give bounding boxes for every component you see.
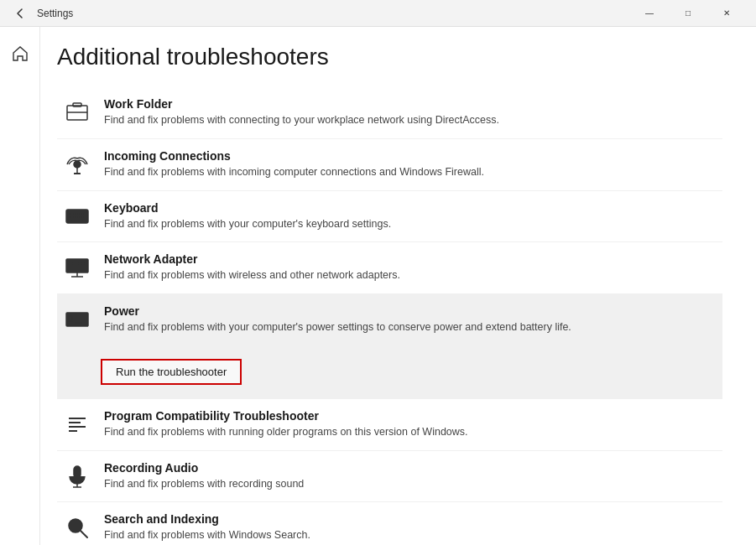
ts-name-network: Network Adapter bbox=[104, 252, 716, 266]
run-troubleshooter-button[interactable]: Run the troubleshooter bbox=[101, 359, 242, 385]
svg-rect-19 bbox=[70, 262, 73, 265]
ts-item-audio[interactable]: Recording Audio Find and fix problems wi… bbox=[57, 451, 722, 503]
ts-name-audio: Recording Audio bbox=[104, 461, 716, 475]
ts-text-search: Search and Indexing Find and fix problem… bbox=[104, 512, 716, 543]
svg-rect-14 bbox=[81, 216, 84, 218]
incoming-icon bbox=[64, 151, 91, 178]
svg-rect-23 bbox=[69, 316, 72, 321]
ts-item-program[interactable]: Program Compatibility Troubleshooter Fin… bbox=[57, 399, 722, 451]
ts-desc-power: Find and fix problems with your computer… bbox=[104, 319, 716, 335]
ts-name-workplace: Work Folder bbox=[104, 97, 716, 111]
svg-rect-20 bbox=[76, 262, 79, 265]
ts-text-audio: Recording Audio Find and fix problems wi… bbox=[104, 461, 716, 492]
window-controls: — □ ✕ bbox=[630, 0, 746, 27]
workplace-icon bbox=[64, 99, 91, 126]
audio-icon bbox=[64, 463, 91, 490]
ts-text-incoming: Incoming Connections Find and fix proble… bbox=[104, 149, 716, 180]
maximize-button[interactable]: □ bbox=[669, 0, 707, 27]
content-area: Additional troubleshooters Work Folder F… bbox=[0, 27, 756, 545]
ts-item-search[interactable]: Search and Indexing Find and fix problem… bbox=[57, 502, 722, 545]
ts-power-header: Power Find and fix problems with your co… bbox=[64, 304, 716, 335]
svg-rect-9 bbox=[77, 213, 80, 215]
svg-rect-13 bbox=[77, 216, 80, 218]
program-icon bbox=[64, 411, 91, 438]
ts-desc-network: Find and fix problems with wireless and … bbox=[104, 267, 716, 283]
network-icon bbox=[64, 254, 91, 281]
svg-rect-15 bbox=[71, 220, 83, 221]
svg-rect-16 bbox=[66, 259, 88, 272]
ts-text-keyboard: Keyboard Find and fix problems with your… bbox=[104, 201, 716, 232]
ts-item-power[interactable]: Power Find and fix problems with your co… bbox=[57, 294, 722, 399]
svg-rect-12 bbox=[73, 216, 76, 218]
minimize-button[interactable]: — bbox=[630, 0, 669, 27]
window-title: Settings bbox=[37, 8, 73, 19]
ts-desc-program: Find and fix problems with running older… bbox=[104, 424, 716, 440]
ts-desc-keyboard: Find and fix problems with your computer… bbox=[104, 216, 716, 232]
svg-rect-21 bbox=[81, 262, 85, 265]
search-icon bbox=[64, 514, 91, 541]
sidebar bbox=[0, 27, 40, 545]
power-icon bbox=[64, 306, 91, 333]
ts-name-program: Program Compatibility Troubleshooter bbox=[104, 409, 716, 423]
ts-text-network: Network Adapter Find and fix problems wi… bbox=[104, 252, 716, 283]
title-bar: Settings — □ ✕ bbox=[0, 0, 756, 27]
main-panel: Additional troubleshooters Work Folder F… bbox=[40, 27, 756, 545]
ts-name-power: Power bbox=[104, 304, 716, 318]
keyboard-icon bbox=[64, 203, 91, 230]
svg-rect-10 bbox=[81, 213, 84, 215]
ts-name-incoming: Incoming Connections bbox=[104, 149, 716, 163]
ts-item-incoming[interactable]: Incoming Connections Find and fix proble… bbox=[57, 139, 722, 191]
svg-rect-1 bbox=[73, 103, 81, 106]
home-button[interactable] bbox=[3, 37, 37, 70]
svg-rect-8 bbox=[73, 213, 76, 215]
svg-rect-7 bbox=[69, 213, 71, 215]
svg-rect-31 bbox=[74, 466, 81, 478]
ts-desc-search: Find and fix problems with Windows Searc… bbox=[104, 527, 716, 543]
svg-point-3 bbox=[74, 161, 81, 168]
ts-desc-audio: Find and fix problems with recording sou… bbox=[104, 476, 716, 492]
ts-item-keyboard[interactable]: Keyboard Find and fix problems with your… bbox=[57, 191, 722, 243]
ts-item-workplace[interactable]: Work Folder Find and fix problems with c… bbox=[57, 87, 722, 139]
ts-desc-incoming: Find and fix problems with incoming comp… bbox=[104, 164, 716, 180]
close-button[interactable]: ✕ bbox=[707, 0, 746, 27]
ts-text-power: Power Find and fix problems with your co… bbox=[104, 304, 716, 335]
svg-line-35 bbox=[81, 531, 87, 537]
ts-text-program: Program Compatibility Troubleshooter Fin… bbox=[104, 409, 716, 440]
ts-name-keyboard: Keyboard bbox=[104, 201, 716, 215]
ts-text-workplace: Work Folder Find and fix problems with c… bbox=[104, 97, 716, 128]
svg-rect-5 bbox=[74, 173, 81, 174]
back-button[interactable] bbox=[10, 3, 30, 23]
ts-item-network[interactable]: Network Adapter Find and fix problems wi… bbox=[57, 242, 722, 294]
page-title: Additional troubleshooters bbox=[57, 44, 722, 70]
ts-desc-workplace: Find and fix problems with connecting to… bbox=[104, 112, 716, 128]
ts-name-search: Search and Indexing bbox=[104, 512, 716, 526]
svg-rect-11 bbox=[69, 216, 71, 218]
